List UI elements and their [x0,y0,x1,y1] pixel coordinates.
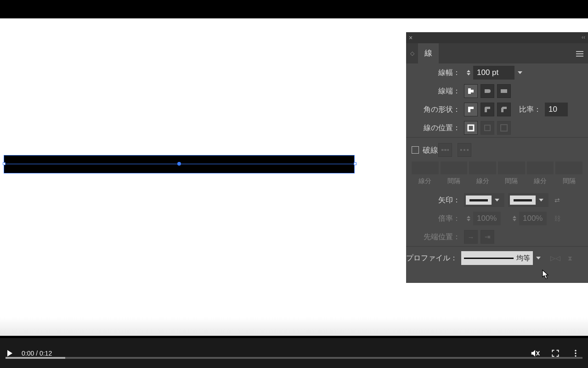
weight-input[interactable] [473,66,514,80]
gap-input-3 [555,161,582,174]
align-inside-icon [481,121,494,135]
svg-point-16 [575,350,576,351]
svg-rect-4 [501,89,507,93]
buffered-bar [6,357,65,359]
svg-rect-9 [444,149,447,151]
corner-bevel-icon[interactable] [497,103,511,116]
time-display: 0:00 / 0:12 [22,350,52,357]
row-weight: 線幅： [406,63,588,82]
scale-stepper-2 [510,212,519,225]
gap-input-1 [441,161,468,174]
label-profile: プロファイル： [406,253,461,263]
swap-arrows-icon[interactable]: ⇄ [552,195,562,205]
profile-dropdown[interactable]: 均等 [461,251,533,265]
row-tip: 先端位置： → ⇥ [406,228,588,246]
label-weight: 線幅： [406,68,464,78]
anchor-point-center[interactable] [177,162,181,166]
panel-titlebar[interactable]: × ‹‹ [406,32,588,43]
anchor-point-right[interactable] [354,162,356,165]
svg-rect-5 [468,125,474,131]
corner-round-icon[interactable] [481,103,494,116]
row-profile: プロファイル： 均等 ▷◁ ⧗ [406,246,588,267]
label-dashed: 破線 [423,145,438,155]
label-tip: 先端位置： [406,232,464,242]
svg-rect-10 [447,149,449,151]
label-corner: 角の形状： [406,105,464,115]
profile-preview-icon [464,258,514,259]
row-align: 線の位置： [406,119,588,137]
arrow-end-dropdown[interactable] [508,193,548,207]
dash-input-1 [412,161,439,174]
scale-stepper-1 [464,212,473,225]
row-cap: 線端： [406,82,588,100]
collapse-icon[interactable]: ‹‹ [582,34,585,40]
tab-cycle-icon[interactable]: ◇ [406,50,418,57]
svg-rect-6 [485,125,490,131]
dashed-checkbox[interactable] [412,146,419,154]
miter-input[interactable] [545,103,568,116]
cap-round-icon[interactable] [481,84,494,98]
scale-input-2 [519,212,547,225]
label-scale: 倍率： [406,214,464,224]
label-miter: 比率： [514,105,545,115]
svg-point-17 [575,352,576,354]
svg-point-3 [487,89,491,93]
flip-vertical-icon: ⧗ [565,253,575,263]
weight-stepper[interactable] [464,66,473,79]
label-align: 線の位置： [406,123,464,133]
play-button[interactable] [7,350,12,356]
dashed-section: 破線 線分 間隔 線分 間隔 線分 間隔 [406,137,588,191]
svg-rect-0 [468,88,471,94]
label-cap: 線端： [406,86,464,96]
tab-stroke[interactable]: 線 [418,43,439,63]
row-scale: 倍率： ⛓ [406,209,588,228]
svg-rect-1 [471,90,474,92]
canvas-fade [0,317,588,336]
tip-place-icon: ⇥ [481,230,494,244]
dash-align-ends-icon [458,143,471,157]
corner-miter-icon[interactable] [464,103,478,116]
dash-inputs: 線分 間隔 線分 間隔 線分 間隔 [412,161,582,185]
align-center-icon[interactable] [464,121,478,135]
dash-input-3 [527,161,554,174]
svg-rect-12 [464,149,465,151]
svg-point-18 [575,355,576,356]
panel-tab-bar: ◇ 線 [406,43,588,63]
link-scale-icon: ⛓ [552,213,562,224]
svg-rect-8 [441,149,444,151]
svg-rect-7 [501,125,507,131]
weight-dropdown[interactable] [514,66,526,80]
dash-preserve-exact-icon [438,143,452,157]
video-control-bar: 0:00 / 0:12 [0,338,588,368]
align-outside-icon [497,121,511,135]
flip-horizontal-icon: ▷◁ [550,253,560,263]
panel-menu-icon[interactable] [576,50,583,58]
close-icon[interactable]: × [409,34,413,41]
window-top-bar [0,0,588,18]
dash-input-2 [469,161,496,174]
cap-butt-icon[interactable] [464,84,478,98]
row-corner: 角の形状： 比率： [406,100,588,119]
profile-value: 均等 [516,254,530,263]
arrow-start-dropdown[interactable] [464,193,504,207]
row-arrows: 矢印： ⇄ [406,191,588,209]
anchor-point-left[interactable] [3,162,6,165]
mouse-cursor-icon [542,270,549,280]
cap-projecting-icon[interactable] [497,84,511,98]
tip-extend-icon: → [464,230,478,244]
stroke-panel: × ‹‹ ◇ 線 線幅： 線端： 角の形状： 比率： 線の位置： 破線 [406,32,588,283]
svg-rect-13 [467,149,469,151]
profile-dropdown-arrow[interactable] [533,251,544,265]
scale-input-1 [473,212,501,225]
gap-input-2 [498,161,525,174]
label-arrows: 矢印： [406,196,464,205]
progress-track[interactable] [6,357,582,359]
svg-rect-11 [460,149,462,151]
